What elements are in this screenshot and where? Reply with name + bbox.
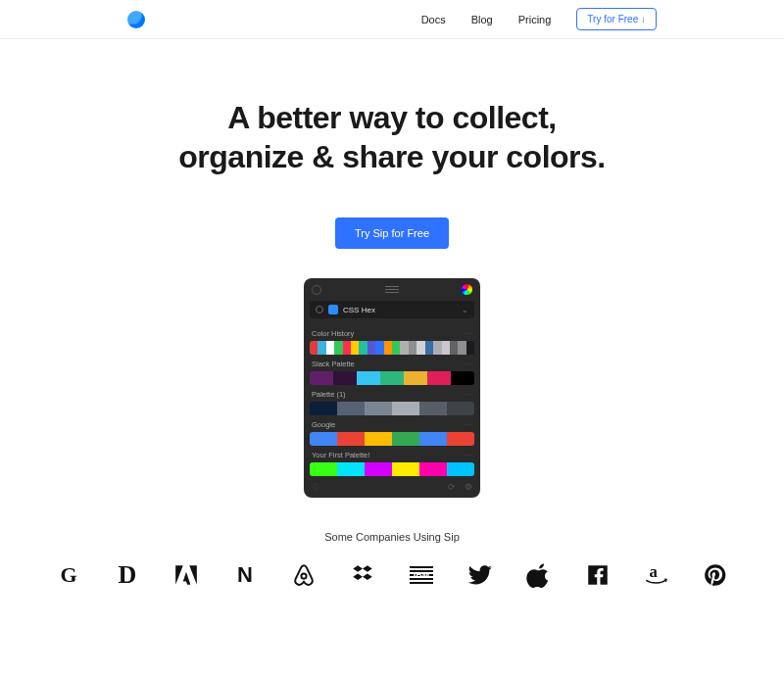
brand-logo-icon[interactable] xyxy=(127,11,145,28)
header: Docs Blog Pricing Try for Free ↓ xyxy=(0,0,784,39)
color-swatch[interactable] xyxy=(427,371,451,385)
color-swatch[interactable] xyxy=(337,432,365,446)
color-swatch[interactable] xyxy=(419,402,447,415)
color-swatch[interactable] xyxy=(334,341,342,355)
company-twitter-icon xyxy=(467,562,493,588)
color-swatch[interactable] xyxy=(458,341,466,355)
color-swatch[interactable] xyxy=(343,341,351,355)
section-history-more-icon[interactable]: ··· xyxy=(464,329,472,338)
color-swatch[interactable] xyxy=(466,341,474,355)
back-icon[interactable] xyxy=(312,285,321,295)
color-swatch[interactable] xyxy=(384,341,392,355)
hero-title-line2: organize & share your colors. xyxy=(178,139,605,174)
color-swatch[interactable] xyxy=(425,341,433,355)
section-google-header: Google ··· xyxy=(304,415,480,432)
palette-slack[interactable] xyxy=(310,371,474,385)
header-try-button[interactable]: Try for Free ↓ xyxy=(576,8,657,30)
svg-text:a: a xyxy=(650,562,659,581)
color-swatch[interactable] xyxy=(416,341,424,355)
color-swatch[interactable] xyxy=(392,462,419,476)
app-titlebar xyxy=(304,278,480,299)
color-swatch[interactable] xyxy=(375,341,383,355)
color-format-label: CSS Hex xyxy=(343,306,457,314)
favorite-icon[interactable]: ♡ xyxy=(312,482,319,492)
color-swatch[interactable] xyxy=(351,341,359,355)
color-swatch[interactable] xyxy=(310,462,337,476)
section-history-label: Color History xyxy=(312,329,354,338)
color-swatch[interactable] xyxy=(409,341,416,355)
section-slack-label: Slack Palette xyxy=(312,360,355,368)
color-swatch[interactable] xyxy=(310,341,318,355)
color-swatch[interactable] xyxy=(450,341,458,355)
section-palette1-more-icon[interactable]: ··· xyxy=(464,390,472,399)
color-swatch[interactable] xyxy=(359,341,367,355)
color-swatch[interactable] xyxy=(337,462,365,476)
section-palette1-label: Palette (1) xyxy=(312,390,346,399)
section-first-label: Your First Palette! xyxy=(312,451,369,459)
color-swatch[interactable] xyxy=(442,341,450,355)
section-history-header: Color History ··· xyxy=(304,324,480,341)
companies-logo-row: G D N IBM a xyxy=(0,562,784,588)
menu-icon[interactable] xyxy=(385,286,399,293)
header-nav: Docs Blog Pricing Try for Free ↓ xyxy=(421,8,657,30)
palette-history[interactable] xyxy=(310,341,474,355)
section-google-label: Google xyxy=(312,420,335,429)
color-swatch[interactable] xyxy=(419,432,447,446)
nav-blog[interactable]: Blog xyxy=(471,14,493,25)
color-swatch[interactable] xyxy=(357,371,380,385)
nav-pricing[interactable]: Pricing xyxy=(518,14,552,25)
color-swatch[interactable] xyxy=(380,371,404,385)
section-slack-header: Slack Palette ··· xyxy=(304,355,480,371)
color-swatch[interactable] xyxy=(392,341,400,355)
palette-one[interactable] xyxy=(310,402,474,415)
color-swatch[interactable] xyxy=(365,462,392,476)
color-swatch[interactable] xyxy=(365,432,392,446)
color-format-selector[interactable]: CSS Hex ⌄ xyxy=(310,301,474,318)
settings-icon[interactable]: ⚙ xyxy=(465,482,472,492)
hero-title-line1: A better way to collect, xyxy=(227,100,556,135)
current-color-swatch xyxy=(328,305,338,314)
palette-first[interactable] xyxy=(310,462,474,476)
color-swatch[interactable] xyxy=(419,462,447,476)
section-palette1-header: Palette (1) ··· xyxy=(304,385,480,402)
color-swatch[interactable] xyxy=(318,341,325,355)
company-dropbox-icon xyxy=(350,562,375,588)
section-first-more-icon[interactable]: ··· xyxy=(464,451,472,459)
refresh-icon[interactable]: ⟳ xyxy=(448,482,456,492)
color-swatch[interactable] xyxy=(337,402,365,415)
section-google-more-icon[interactable]: ··· xyxy=(464,420,472,429)
company-airbnb-icon xyxy=(291,562,317,588)
hero-title: A better way to collect, organize & shar… xyxy=(0,98,784,176)
color-swatch[interactable] xyxy=(447,402,474,415)
svg-point-0 xyxy=(301,573,306,578)
company-google-icon: G xyxy=(56,562,81,588)
color-swatch[interactable] xyxy=(310,402,337,415)
color-swatch[interactable] xyxy=(310,371,333,385)
color-swatch[interactable] xyxy=(451,371,474,385)
chevron-down-icon: ⌄ xyxy=(462,306,468,314)
color-swatch[interactable] xyxy=(392,432,419,446)
color-swatch[interactable] xyxy=(326,341,334,355)
palette-google[interactable] xyxy=(310,432,474,446)
color-swatch[interactable] xyxy=(365,402,392,415)
color-swatch[interactable] xyxy=(433,341,441,355)
color-swatch[interactable] xyxy=(310,432,337,446)
color-wheel-icon[interactable] xyxy=(462,284,472,295)
color-swatch[interactable] xyxy=(447,462,474,476)
section-slack-more-icon[interactable]: ··· xyxy=(464,360,472,368)
color-swatch[interactable] xyxy=(447,432,474,446)
color-swatch[interactable] xyxy=(392,402,419,415)
color-swatch[interactable] xyxy=(333,371,357,385)
color-swatch[interactable] xyxy=(400,341,408,355)
format-history-icon xyxy=(316,306,323,313)
nav-docs[interactable]: Docs xyxy=(421,14,446,25)
hero-cta-button[interactable]: Try Sip for Free xyxy=(335,217,449,249)
company-adobe-icon xyxy=(173,562,199,588)
company-amazon-icon: a xyxy=(644,562,669,588)
app-preview: CSS Hex ⌄ Color History ··· Slack Palett… xyxy=(304,278,480,498)
color-swatch[interactable] xyxy=(368,341,375,355)
companies-heading: Some Companies Using Sip xyxy=(0,531,784,543)
company-netflix-icon: N xyxy=(232,562,258,588)
app-bottom-bar: ♡ ⟳ ⚙ xyxy=(304,476,480,492)
color-swatch[interactable] xyxy=(404,371,427,385)
